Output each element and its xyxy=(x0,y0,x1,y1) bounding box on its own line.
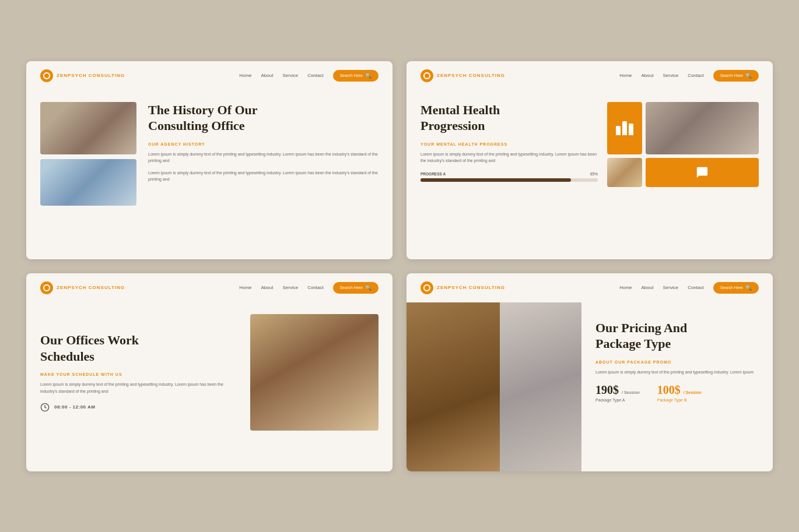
chat-icon-box xyxy=(646,158,759,187)
nav-about-3[interactable]: About xyxy=(261,285,274,290)
slide-1: ZENPSYCH CONSULTING Home About Service C… xyxy=(26,61,393,259)
search-icon-2: 🔍 xyxy=(745,73,752,79)
nav-contact-3[interactable]: Contact xyxy=(307,285,324,290)
nav-links-2: Home About Service Contact Search Here 🔍 xyxy=(619,70,759,82)
logo-icon-4 xyxy=(420,281,433,294)
brand-name-2: ZENPSYCH CONSULTING xyxy=(437,73,505,78)
price-item-b: 100$ / Session Package Type B xyxy=(657,383,702,402)
slide4-images xyxy=(406,302,581,471)
price-item-a: 190$ / Session Package Type A xyxy=(595,383,640,402)
nav-service-4[interactable]: Service xyxy=(663,285,678,290)
logo-icon-3 xyxy=(40,281,53,294)
slide1-text: The History Of Our Consulting Office OUR… xyxy=(148,102,379,189)
price-amount-b: 100$ / Session xyxy=(657,383,702,397)
clock-icon xyxy=(40,403,50,412)
slide3-body: Lorem ipsum is simply dummy text of the … xyxy=(40,381,233,394)
time-row: 08:00 - 12:00 AM xyxy=(40,403,233,412)
search-icon-1: 🔍 xyxy=(365,73,372,79)
slide4-image-left xyxy=(406,302,500,471)
slide3-heading: Our Offices Work Schedules xyxy=(40,332,233,364)
slide3-left: Our Offices Work Schedules MAKE YOUR SCH… xyxy=(40,332,233,411)
slide2-body: Lorem ipsum is simply dummy text of the … xyxy=(420,151,598,164)
nav-home-1[interactable]: Home xyxy=(239,73,251,78)
search-button-4[interactable]: Search Here 🔍 xyxy=(713,282,759,294)
price-type-b: Package Type B xyxy=(657,398,702,402)
slide1-image-bottom xyxy=(40,159,136,206)
nav-links-3: Home About Service Contact Search Here 🔍 xyxy=(239,282,379,294)
slide2-photo-small xyxy=(607,158,642,187)
slides-grid: ZENPSYCH CONSULTING Home About Service C… xyxy=(26,61,773,471)
price-type-a: Package Type A xyxy=(595,398,640,402)
nav-4: ZENPSYCH CONSULTING Home About Service C… xyxy=(406,273,773,302)
slide-2: ZENPSYCH CONSULTING Home About Service C… xyxy=(406,61,773,259)
search-icon-4: 🔍 xyxy=(745,285,752,291)
slide2-heading: Mental Health Progression xyxy=(420,102,598,134)
slide1-body1: Lorem ipsum is simply dummy text of the … xyxy=(148,151,379,164)
search-button-3[interactable]: Search Here 🔍 xyxy=(333,282,379,294)
nav-about-1[interactable]: About xyxy=(261,73,274,78)
slide2-right xyxy=(607,102,759,210)
slide1-images xyxy=(40,102,136,206)
slide4-content: Our Pricing And Package Type ABOUT OUR P… xyxy=(406,302,773,471)
slide4-body: Lorem ipsum is simply dummy text of the … xyxy=(595,369,759,375)
progress-label: PROGRESS A xyxy=(420,172,446,176)
progress-bar-fill xyxy=(420,178,571,182)
bar-3 xyxy=(629,124,633,135)
logo-3: ZENPSYCH CONSULTING xyxy=(40,281,125,294)
price-row: 190$ / Session Package Type A 100$ / Ses… xyxy=(595,383,759,402)
slide2-content: Mental Health Progression YOUR MENTAL HE… xyxy=(406,90,773,228)
slide2-subheading: YOUR MENTAL HEALTH PROGRESS xyxy=(420,142,598,146)
nav-about-4[interactable]: About xyxy=(642,285,654,290)
price-amount-a: 190$ / Session xyxy=(595,383,640,397)
chat-icon xyxy=(696,166,709,179)
progress-label-row: PROGRESS A 85% xyxy=(420,172,598,176)
logo-2: ZENPSYCH CONSULTING xyxy=(420,69,505,82)
slide1-image-top xyxy=(40,102,136,154)
nav-service-3[interactable]: Service xyxy=(282,285,298,290)
nav-service-2[interactable]: Service xyxy=(663,73,678,78)
slide4-image-right xyxy=(500,302,581,471)
bar-1 xyxy=(616,126,621,135)
progress-bar-bg xyxy=(420,178,598,182)
bar-2 xyxy=(622,121,627,135)
slide3-image xyxy=(250,314,379,431)
slide-4: ZENPSYCH CONSULTING Home About Service C… xyxy=(406,273,773,471)
slide1-body2: Lorem ipsum is simply dummy text of the … xyxy=(148,170,379,182)
logo-4: ZENPSYCH CONSULTING xyxy=(420,281,505,294)
slide1-heading: The History Of Our Consulting Office xyxy=(148,102,379,134)
nav-service-1[interactable]: Service xyxy=(282,73,298,78)
logo-1: ZENPSYCH CONSULTING xyxy=(40,69,125,82)
nav-1: ZENPSYCH CONSULTING Home About Service C… xyxy=(26,61,393,90)
search-button-2[interactable]: Search Here 🔍 xyxy=(713,70,759,82)
nav-contact-2[interactable]: Contact xyxy=(688,73,704,78)
nav-3: ZENPSYCH CONSULTING Home About Service C… xyxy=(26,273,393,302)
brand-name-1: ZENPSYCH CONSULTING xyxy=(57,73,125,78)
progress-pct: 85% xyxy=(590,172,598,176)
search-button-1[interactable]: Search Here 🔍 xyxy=(333,70,379,82)
slide1-content: The History Of Our Consulting Office OUR… xyxy=(26,90,393,223)
logo-icon-1 xyxy=(40,69,53,82)
slide4-subheading: ABOUT OUR PACKAGE PROMO xyxy=(595,360,759,364)
slide2-left: Mental Health Progression YOUR MENTAL HE… xyxy=(420,102,598,182)
slide1-subheading: OUR AGENCY HISTORY xyxy=(148,142,379,146)
slide2-progress: PROGRESS A 85% xyxy=(420,172,598,182)
nav-2: ZENPSYCH CONSULTING Home About Service C… xyxy=(406,61,773,90)
nav-about-2[interactable]: About xyxy=(642,73,654,78)
nav-contact-1[interactable]: Contact xyxy=(307,73,324,78)
chart-icon-box xyxy=(607,102,642,154)
nav-home-2[interactable]: Home xyxy=(619,73,632,78)
bar-chart xyxy=(611,117,638,140)
nav-links-4: Home About Service Contact Search Here 🔍 xyxy=(619,282,759,294)
brand-name-4: ZENPSYCH CONSULTING xyxy=(437,285,505,290)
time-text: 08:00 - 12:00 AM xyxy=(54,404,95,410)
nav-home-4[interactable]: Home xyxy=(619,285,632,290)
slide-3: ZENPSYCH CONSULTING Home About Service C… xyxy=(26,273,393,471)
nav-home-3[interactable]: Home xyxy=(239,285,251,290)
slide3-subheading: MAKE YOUR SCHEDULE WITH US xyxy=(40,372,233,376)
logo-icon-2 xyxy=(420,69,433,82)
slide2-photo-main xyxy=(646,102,759,154)
search-icon-3: 🔍 xyxy=(365,285,372,291)
slide3-content: Our Offices Work Schedules MAKE YOUR SCH… xyxy=(26,302,393,448)
nav-contact-4[interactable]: Contact xyxy=(688,285,704,290)
slide4-heading: Our Pricing And Package Type xyxy=(595,320,759,352)
